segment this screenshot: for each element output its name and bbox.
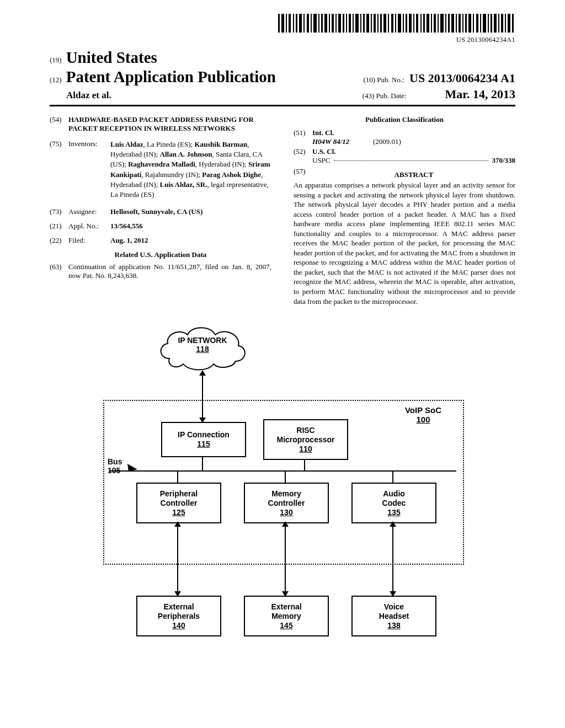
- svg-rect-44: [434, 14, 436, 33]
- connector-risc-bus: [304, 459, 305, 470]
- svg-rect-17: [338, 14, 341, 33]
- bibliographic-columns: (54) HARDWARE-BASED PACKET ADDRESS PARSI…: [50, 115, 515, 306]
- cloud-ip-network: IP NETWORK 118: [156, 323, 249, 372]
- abstract-heading: ABSTRACT: [312, 170, 515, 179]
- periph-ctrl-ref: 125: [137, 508, 220, 517]
- arrowhead-down-icon: [390, 591, 396, 597]
- svg-rect-5: [296, 14, 297, 33]
- audio-codec-ref: 135: [353, 508, 435, 517]
- intcl-line: H04W 84/12 (2009.01): [312, 137, 515, 146]
- svg-rect-31: [388, 14, 389, 33]
- audio-codec-label2: Codec: [353, 499, 435, 508]
- block-risc-microprocessor: RISC Microprocessor 110: [263, 419, 348, 460]
- svg-rect-50: [456, 14, 457, 33]
- soc-label: VoIP SoC 100: [396, 405, 451, 425]
- barcode-number: US 20130064234A1: [50, 36, 515, 44]
- svg-rect-1: [281, 14, 284, 33]
- connector-audio-headset: [392, 522, 393, 596]
- related-text: Continuation of application No. 11/651,2…: [68, 263, 271, 280]
- doc-type-heading: Patent Application Publication: [66, 68, 276, 86]
- field-related: (63) Continuation of application No. 11/…: [50, 263, 271, 280]
- cloud-label-text: IP NETWORK: [156, 336, 249, 345]
- barcode-icon: [278, 14, 515, 33]
- svg-rect-49: [451, 14, 454, 33]
- intcl-code: H04W 84/12: [312, 137, 373, 146]
- block-audio-codec: Audio Codec 135: [351, 483, 436, 523]
- block-voice-headset: Voice Headset 138: [351, 596, 436, 636]
- svg-rect-28: [377, 14, 379, 33]
- applno-value: 13/564,556: [110, 222, 271, 231]
- cloud-label: IP NETWORK 118: [156, 336, 249, 354]
- svg-rect-4: [293, 14, 294, 33]
- svg-rect-63: [501, 14, 503, 33]
- svg-rect-16: [335, 14, 337, 33]
- field-title: (54) HARDWARE-BASED PACKET ADDRESS PARSI…: [50, 115, 271, 133]
- connector-ipconn-bus: [202, 456, 203, 470]
- field-code-21: (21): [50, 222, 68, 231]
- svg-rect-36: [406, 14, 407, 33]
- arrowhead-up-icon: [199, 370, 206, 376]
- svg-rect-7: [303, 14, 305, 33]
- arrowhead-up-icon: [390, 521, 396, 527]
- risc-label1: RISC: [264, 426, 347, 435]
- svg-rect-55: [473, 14, 474, 33]
- cloud-ref: 118: [156, 345, 249, 354]
- pubno-label: Pub. No.:: [377, 76, 404, 84]
- svg-rect-51: [459, 14, 461, 33]
- filed-label: Filed:: [68, 236, 110, 245]
- field-code-52: (52): [294, 147, 312, 165]
- block-ip-connection: IP Connection 115: [161, 422, 246, 457]
- periph-ctrl-label2: Controller: [137, 499, 220, 508]
- invention-title: HARDWARE-BASED PACKET ADDRESS PARSING FO…: [68, 115, 271, 133]
- svg-rect-21: [353, 14, 354, 33]
- svg-rect-8: [307, 14, 309, 33]
- abstract-text: An apparatus comprises a network physica…: [294, 180, 515, 306]
- field-intcl: (51) Int. Cl. H04W 84/12 (2009.01): [294, 129, 515, 146]
- svg-rect-46: [440, 14, 444, 33]
- svg-rect-40: [420, 14, 422, 33]
- block-external-memory: External Memory 145: [244, 596, 329, 636]
- ext-periph-label1: External: [137, 602, 220, 612]
- headset-label1: Voice: [353, 602, 435, 612]
- ext-mem-label1: External: [245, 602, 328, 612]
- svg-rect-27: [374, 14, 376, 33]
- mem-ctrl-label1: Memory: [245, 489, 328, 499]
- field-assignee: (73) Assignee: Hellosoft, Sunnyvale, CA …: [50, 207, 271, 216]
- svg-rect-62: [498, 14, 499, 33]
- uspc-label: USPC: [312, 156, 331, 165]
- soc-label-text: VoIP SoC: [396, 405, 451, 415]
- svg-rect-35: [403, 14, 404, 33]
- svg-rect-9: [311, 14, 312, 33]
- field-code-63: (63): [50, 263, 68, 280]
- uscl-label: U.S. Cl.: [312, 147, 515, 156]
- ip-conn-label: IP Connection: [162, 430, 245, 440]
- arrowhead-up-icon: [174, 521, 181, 527]
- svg-rect-60: [491, 14, 492, 33]
- svg-rect-39: [416, 14, 418, 33]
- risc-label2: Microprocessor: [264, 435, 347, 445]
- svg-rect-65: [508, 14, 510, 33]
- field-code-19: (19): [50, 56, 62, 67]
- svg-rect-47: [445, 14, 446, 33]
- svg-marker-67: [127, 464, 137, 472]
- applno-label: Appl. No.:: [68, 222, 110, 231]
- block-diagram: IP NETWORK 118 VoIP SoC 100 IP Connectio…: [103, 323, 462, 665]
- intcl-year: (2009.01): [373, 137, 401, 146]
- ext-mem-ref: 145: [245, 621, 328, 630]
- country-heading: United States: [66, 49, 157, 67]
- svg-rect-24: [363, 14, 365, 33]
- left-column: (54) HARDWARE-BASED PACKET ADDRESS PARSI…: [50, 115, 271, 306]
- svg-rect-2: [286, 14, 287, 33]
- mem-ctrl-ref: 130: [245, 508, 328, 517]
- risc-ref: 110: [264, 445, 347, 454]
- field-code-75: (75): [50, 140, 68, 200]
- patent-page: US 20130064234A1 (19) United States (12)…: [0, 0, 565, 687]
- pub-class-heading: Publication Classification: [294, 115, 515, 124]
- connector-bus-periph: [177, 472, 178, 483]
- inventors-list: Luis Aldaz, La Pineda (ES); Kaushik Barm…: [110, 140, 271, 200]
- ext-periph-ref: 140: [137, 621, 220, 630]
- svg-rect-58: [483, 14, 486, 33]
- bus-label-text: Bus: [108, 458, 122, 466]
- svg-rect-12: [321, 14, 323, 33]
- svg-rect-20: [349, 14, 351, 33]
